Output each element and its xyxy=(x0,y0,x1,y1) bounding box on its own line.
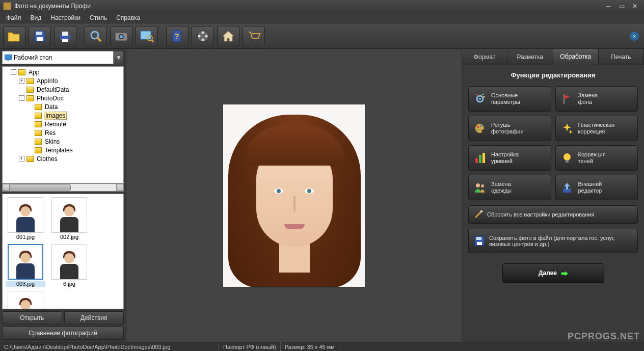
svg-rect-11 xyxy=(141,31,151,39)
open-folder-icon xyxy=(7,30,21,43)
svg-rect-36 xyxy=(482,153,485,163)
svg-point-33 xyxy=(477,129,479,131)
next-button[interactable]: Далее ➡ xyxy=(502,263,604,283)
cart-icon xyxy=(247,30,261,42)
help-book-button[interactable]: ? xyxy=(166,26,189,46)
tree-node-defaultdata[interactable]: DefaultData xyxy=(3,85,123,94)
tab-обработка[interactable]: Обработка xyxy=(553,49,599,65)
svg-rect-38 xyxy=(566,160,569,163)
image-search-button[interactable] xyxy=(136,26,158,46)
tree-node-clothes[interactable]: +Clothes xyxy=(3,154,123,163)
film-reel-button[interactable] xyxy=(192,26,214,46)
bulb-icon xyxy=(560,151,574,165)
edit-button-label: Внешнийредактор xyxy=(578,181,602,194)
tree-node-images[interactable]: Images xyxy=(3,111,123,120)
tree-label: Templates xyxy=(44,147,74,154)
arrow-right-icon: ➡ xyxy=(561,268,568,278)
folder-icon xyxy=(18,69,25,75)
zoom-button[interactable] xyxy=(85,26,107,46)
folder-icon xyxy=(35,147,42,153)
tree-toggle-icon[interactable]: + xyxy=(19,156,24,161)
menubar: ФайлВидНастройкиСтильСправка xyxy=(0,12,644,23)
tab-формат[interactable]: Формат xyxy=(462,49,507,65)
tree-node-photodoc[interactable]: -PhotoDoc xyxy=(3,94,123,102)
panel-title: Функции редактирования xyxy=(468,71,638,79)
compare-button[interactable]: Сравнение фотографий xyxy=(2,327,124,340)
tree-label: Clothes xyxy=(36,155,59,163)
close-button[interactable]: ✕ xyxy=(629,2,641,10)
thumbnail-image xyxy=(8,291,43,309)
tree-node-app[interactable]: -App xyxy=(3,68,123,76)
thumbnail-item[interactable]: 002.jpg xyxy=(49,197,89,240)
thumbnail-item[interactable]: 003.jpg xyxy=(6,244,45,287)
edit-button-label: Заменафона xyxy=(578,92,598,105)
edit-gear-button[interactable]: Основныепараметры xyxy=(468,86,551,112)
thumbnail-image xyxy=(51,197,87,233)
menu-файл[interactable]: Файл xyxy=(2,13,25,22)
open-folder-button[interactable] xyxy=(3,26,25,46)
folder-icon xyxy=(35,113,42,119)
save-to-file-button[interactable]: Сохранить фото в файл (для портала гос. … xyxy=(468,229,638,253)
tree-toggle-icon[interactable]: + xyxy=(19,78,24,84)
edit-bulb-button[interactable]: Коррекциятеней xyxy=(555,145,638,171)
thumbnail-item[interactable] xyxy=(6,291,45,309)
thumbnail-item[interactable]: 001.jpg xyxy=(6,197,45,240)
tree-node-res[interactable]: Res xyxy=(3,128,123,137)
tree-toggle-icon[interactable]: - xyxy=(19,95,24,101)
desktop-icon xyxy=(5,55,12,61)
edit-palette-button[interactable]: Ретушьфотографии xyxy=(468,116,551,141)
cart-button[interactable] xyxy=(243,26,265,46)
menu-справка[interactable]: Справка xyxy=(112,13,144,22)
minimize-button[interactable]: ─ xyxy=(602,2,614,10)
tree-node-remote[interactable]: Remote xyxy=(3,120,123,128)
tree-scrollbar[interactable]: ◄ ► xyxy=(2,183,124,192)
actions-button[interactable]: Действия xyxy=(64,311,124,325)
tree-label: Remote xyxy=(44,121,67,128)
tab-печать[interactable]: Печать xyxy=(599,49,644,65)
thumbnail-item[interactable]: 6.jpg xyxy=(49,244,89,287)
save-icon xyxy=(33,30,46,43)
window-title: Фото на документы Профи xyxy=(14,3,601,10)
tree-node-appinfo[interactable]: +AppInfo xyxy=(3,76,123,85)
tree-label: PhotoDoc xyxy=(36,95,65,102)
svg-point-10 xyxy=(120,35,123,38)
thumbnail-image xyxy=(8,197,43,233)
tree-node-skins[interactable]: Skins xyxy=(3,137,123,146)
tree-label: Data xyxy=(44,103,59,111)
tab-разметка[interactable]: Разметка xyxy=(507,49,553,65)
edit-flag-button[interactable]: Заменафона xyxy=(555,86,638,112)
save-button[interactable] xyxy=(29,26,51,46)
svg-point-39 xyxy=(476,183,480,187)
zoom-icon xyxy=(89,30,102,43)
tree-toggle-icon[interactable]: - xyxy=(11,69,16,75)
edit-bars-button[interactable]: Настройкауровней xyxy=(468,145,551,171)
print-button[interactable] xyxy=(54,26,76,46)
maximize-button[interactable]: ▭ xyxy=(615,2,628,10)
path-dropdown-button[interactable]: ▼ xyxy=(114,51,124,64)
home-button[interactable] xyxy=(217,26,239,46)
menu-настройки[interactable]: Настройки xyxy=(46,13,85,22)
path-selector[interactable]: Рабочий стол xyxy=(2,51,114,64)
tree-node-templates[interactable]: Templates xyxy=(3,146,123,154)
tree-node-data[interactable]: Data xyxy=(3,102,123,111)
edit-sparkle-button[interactable]: Пластическаякоррекция xyxy=(555,116,638,141)
svg-rect-45 xyxy=(476,237,481,240)
edit-upload-button[interactable]: Внешнийредактор xyxy=(555,175,638,200)
status-path: C:\Users\Админ\Desktop\PhotoDoc\App\Phot… xyxy=(0,342,219,351)
open-button[interactable]: Открыть xyxy=(2,311,62,325)
camera-button[interactable] xyxy=(110,26,132,46)
scroll-left-button[interactable]: ◄ xyxy=(3,184,10,191)
folder-tree[interactable]: -App+AppInfoDefaultData-PhotoDocDataImag… xyxy=(2,66,124,183)
svg-point-31 xyxy=(477,126,479,128)
titlebar: Фото на документы Профи ─ ▭ ✕ xyxy=(0,0,644,12)
scroll-right-button[interactable]: ► xyxy=(116,184,123,191)
edit-people-button[interactable]: Заменаодежды xyxy=(468,175,551,200)
toolbar-close-icon[interactable]: × xyxy=(630,32,639,41)
menu-вид[interactable]: Вид xyxy=(26,13,46,22)
edit-button-label: Настройкауровней xyxy=(491,151,519,165)
help-book-icon: ? xyxy=(171,30,183,43)
path-label: Рабочий стол xyxy=(14,54,52,61)
reset-button[interactable]: Сбросить все настройки редактирования xyxy=(468,205,638,224)
menu-стиль[interactable]: Стиль xyxy=(86,13,111,22)
scroll-thumb[interactable] xyxy=(10,184,71,191)
